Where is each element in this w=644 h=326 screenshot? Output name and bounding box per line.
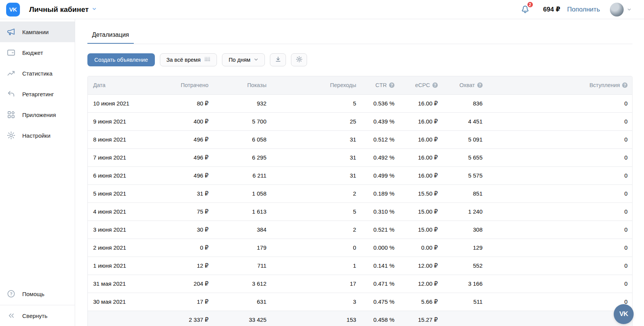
table-cell: 0: [487, 293, 632, 311]
table-cell: 30 ₽: [159, 221, 213, 239]
table-cell: 0.439 %: [361, 112, 399, 130]
table-cell: 17 ₽: [159, 293, 213, 311]
table-cell: 496 ₽: [159, 130, 213, 148]
account-menu-chevron-icon[interactable]: [627, 7, 632, 12]
calendar-grid-icon: [204, 56, 210, 64]
table-cell: 0.310 %: [361, 203, 399, 221]
table-cell: 3: [271, 293, 361, 311]
sidebar-item-collapse[interactable]: Свернуть: [0, 305, 75, 326]
sidebar-nav: КампанииБюджетСтатистикаРетаргетингПрило…: [0, 21, 75, 146]
table-settings-button[interactable]: [291, 53, 307, 66]
apps-icon: [7, 110, 16, 119]
column-header: Вступления?: [487, 76, 632, 94]
vk-logo[interactable]: VK: [6, 3, 20, 16]
chevron-down-icon: [92, 6, 97, 13]
table-cell: 0: [487, 221, 632, 239]
column-header: CTR?: [361, 76, 399, 94]
table-cell: 1 240: [442, 203, 487, 221]
sidebar-item-1[interactable]: Бюджет: [0, 42, 75, 63]
table-cell: 31 мая 2021: [88, 275, 159, 293]
gear-icon: [296, 56, 303, 64]
support-chat-button[interactable]: VK: [614, 304, 634, 324]
period-select-button[interactable]: За всё время: [160, 53, 217, 66]
toolbar: Создать объявление За всё время По дням: [87, 53, 632, 66]
sidebar-item-label: Бюджет: [22, 49, 43, 56]
sidebar-item-label: Свернуть: [22, 313, 48, 319]
table-cell: 80 ₽: [159, 94, 213, 112]
table-cell: 31: [271, 148, 361, 166]
table-cell: 16.00 ₽: [399, 148, 442, 166]
cabinet-switcher[interactable]: Личный кабинет: [29, 5, 97, 14]
notifications-button[interactable]: 2: [520, 4, 530, 15]
table-cell: 25: [271, 112, 361, 130]
table-row: 4 июня 202175 ₽1 61350.310 %15.00 ₽1 240…: [88, 203, 632, 221]
collapse-icon: [7, 311, 16, 320]
sidebar-item-0[interactable]: Кампании: [0, 21, 75, 42]
sidebar-item-4[interactable]: Приложения: [0, 104, 75, 125]
table-cell: 5: [271, 203, 361, 221]
sidebar-item-help[interactable]: ? Помощь: [0, 283, 75, 304]
totals-row: 2 337 ₽33 4251530.458 %15.27 ₽: [88, 311, 632, 326]
table-cell: 0.499 %: [361, 166, 399, 184]
table-cell: 0.471 %: [361, 275, 399, 293]
stats-icon: [7, 69, 16, 78]
export-button[interactable]: [270, 53, 286, 66]
table-cell: 0.536 %: [361, 94, 399, 112]
table-row: 31 мая 2021204 ₽3 612170.471 %12.00 ₽3 1…: [88, 275, 632, 293]
sidebar-item-3[interactable]: Ретаргетинг: [0, 84, 75, 104]
help-icon[interactable]: ?: [477, 82, 483, 88]
table-cell: 851: [442, 184, 487, 203]
table-cell: 0.00 ₽: [399, 239, 442, 257]
table-cell: 0.141 %: [361, 257, 399, 275]
table-cell: 0: [487, 112, 632, 130]
table-cell: 0: [487, 130, 632, 148]
column-header-label: Потрачено: [181, 82, 208, 88]
wallet-icon: [7, 48, 16, 57]
avatar[interactable]: [610, 3, 624, 16]
sidebar-item-label: Приложения: [22, 112, 56, 118]
table-cell: 129: [442, 239, 487, 257]
table-cell: 4 июня 2021: [88, 203, 159, 221]
table-cell: 33 425: [213, 311, 271, 326]
sidebar: КампанииБюджетСтатистикаРетаргетингПрило…: [0, 19, 75, 326]
table-cell: 17: [271, 275, 361, 293]
column-header-label: eCPC: [415, 82, 430, 88]
table-cell: 6 июня 2021: [88, 166, 159, 184]
table-row: 7 июня 2021496 ₽6 295310.492 %16.00 ₽5 6…: [88, 148, 632, 166]
help-icon[interactable]: ?: [432, 82, 438, 88]
table-cell: 5 655: [442, 148, 487, 166]
grouping-label: По дням: [228, 57, 250, 63]
help-icon[interactable]: ?: [389, 82, 394, 88]
question-icon: ?: [7, 289, 16, 298]
table-cell: 16.00 ₽: [399, 130, 442, 148]
grouping-select-button[interactable]: По дням: [222, 53, 265, 66]
help-icon[interactable]: ?: [622, 82, 628, 88]
balance-amount: 694 ₽: [543, 5, 560, 13]
table-cell: 0.458 %: [361, 311, 399, 326]
table-row: 9 июня 2021400 ₽5 700250.439 %16.00 ₽4 4…: [88, 112, 632, 130]
table-cell: 179: [213, 239, 271, 257]
column-header-label: Переходы: [330, 82, 356, 88]
table-cell: 204 ₽: [159, 275, 213, 293]
sidebar-item-2[interactable]: Статистика: [0, 63, 75, 84]
column-header-label: Дата: [93, 82, 105, 88]
topup-link[interactable]: Пополнить: [567, 6, 600, 13]
tab-detalization[interactable]: Детализация: [87, 28, 134, 44]
table-header-row: ДатаПотраченоПоказыПереходыCTR?eCPC?Охва…: [88, 76, 632, 94]
create-ad-button[interactable]: Создать объявление: [87, 53, 155, 66]
column-header-label: Показы: [247, 82, 266, 88]
topbar: VK Личный кабинет 2 694 ₽ Пополнить: [0, 0, 644, 19]
sidebar-item-5[interactable]: Настройки: [0, 125, 75, 146]
table-cell: 3 612: [213, 275, 271, 293]
table-cell: 4 451: [442, 112, 487, 130]
table-cell: 932: [213, 94, 271, 112]
table-cell: 1 июня 2021: [88, 257, 159, 275]
table-cell: 153: [271, 311, 361, 326]
column-header: Переходы: [271, 76, 361, 94]
sidebar-item-label: Кампании: [22, 29, 49, 35]
table-row: 2 июня 20210 ₽17900.000 %0.00 ₽1290: [88, 239, 632, 257]
chevron-down-icon: [254, 57, 258, 63]
table-cell: 711: [213, 257, 271, 275]
svg-text:?: ?: [10, 291, 13, 296]
table-cell: 511: [442, 293, 487, 311]
